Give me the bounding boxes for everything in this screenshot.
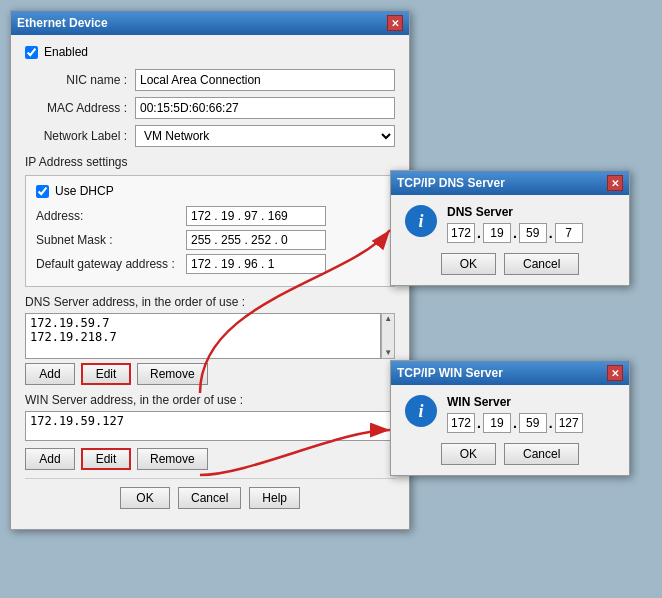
mac-row: MAC Address : — [25, 97, 395, 119]
win-remove-button[interactable]: Remove — [137, 448, 208, 470]
main-footer: OK Cancel Help — [25, 478, 395, 519]
enabled-checkbox[interactable] — [25, 46, 38, 59]
win-add-button[interactable]: Add — [25, 448, 75, 470]
tcp-win-server-label: WIN Server — [447, 395, 583, 409]
dns-textarea[interactable]: 172.19.59.7 172.19.218.7 — [25, 313, 381, 359]
tcp-dns-cancel-button[interactable]: Cancel — [504, 253, 579, 275]
network-label-label: Network Label : — [25, 129, 135, 143]
mac-label: MAC Address : — [25, 101, 135, 115]
tcp-dns-body: i DNS Server . . . OK Cancel — [391, 195, 629, 285]
tcp-dns-info-row: i DNS Server . . . — [405, 205, 615, 243]
use-dhcp-checkbox[interactable] — [36, 185, 49, 198]
dns-ip-octet-1[interactable] — [447, 223, 475, 243]
tcp-dns-close-button[interactable]: ✕ — [607, 175, 623, 191]
nic-input[interactable] — [135, 69, 395, 91]
subnet-row: Subnet Mask : — [36, 230, 384, 250]
dns-btn-row: Add Edit Remove — [25, 363, 395, 385]
dns-dot-2: . — [513, 225, 517, 241]
scroll-down-arrow: ▼ — [384, 349, 392, 357]
dns-scrollbar[interactable]: ▲ ▼ — [381, 313, 395, 359]
win-ip-octet-2[interactable] — [483, 413, 511, 433]
tcp-win-info-row: i WIN Server . . . — [405, 395, 615, 433]
dns-edit-button[interactable]: Edit — [81, 363, 131, 385]
tcp-win-body: i WIN Server . . . OK Cancel — [391, 385, 629, 475]
win-dot-2: . — [513, 415, 517, 431]
main-dialog-close-button[interactable]: ✕ — [387, 15, 403, 31]
dns-add-button[interactable]: Add — [25, 363, 75, 385]
gateway-row: Default gateway address : — [36, 254, 384, 274]
dns-remove-button[interactable]: Remove — [137, 363, 208, 385]
address-input[interactable] — [186, 206, 326, 226]
nic-row: NIC name : — [25, 69, 395, 91]
tcp-win-titlebar: TCP/IP WIN Server ✕ — [391, 361, 629, 385]
enabled-row: Enabled — [25, 45, 395, 59]
tcp-dns-ok-button[interactable]: OK — [441, 253, 496, 275]
main-help-button[interactable]: Help — [249, 487, 300, 509]
win-btn-row: Add Edit Remove — [25, 448, 395, 470]
tcp-win-close-button[interactable]: ✕ — [607, 365, 623, 381]
tcp-dns-info-icon: i — [405, 205, 437, 237]
win-dot-1: . — [477, 415, 481, 431]
main-dialog-titlebar: Ethernet Device ✕ — [11, 11, 409, 35]
ethernet-device-dialog: Ethernet Device ✕ Enabled NIC name : MAC… — [10, 10, 410, 530]
address-row: Address: — [36, 206, 384, 226]
ip-section-label: IP Address settings — [25, 155, 395, 169]
dns-dot-1: . — [477, 225, 481, 241]
dns-textarea-wrapper: 172.19.59.7 172.19.218.7 ▲ ▼ — [25, 313, 395, 359]
win-section: WIN Server address, in the order of use … — [25, 393, 395, 470]
win-order-label: WIN Server address, in the order of use … — [25, 393, 395, 407]
tcp-dns-content: DNS Server . . . — [447, 205, 583, 243]
dns-order-label: DNS Server address, in the order of use … — [25, 295, 395, 309]
dns-ip-octet-2[interactable] — [483, 223, 511, 243]
tcp-dns-titlebar: TCP/IP DNS Server ✕ — [391, 171, 629, 195]
dns-ip-octet-3[interactable] — [519, 223, 547, 243]
main-cancel-button[interactable]: Cancel — [178, 487, 241, 509]
main-dialog-title: Ethernet Device — [17, 16, 108, 30]
subnet-input[interactable] — [186, 230, 326, 250]
tcp-win-dialog: TCP/IP WIN Server ✕ i WIN Server . . . O… — [390, 360, 630, 476]
mac-input[interactable] — [135, 97, 395, 119]
use-dhcp-label: Use DHCP — [55, 184, 114, 198]
tcp-win-ip-octets: . . . — [447, 413, 583, 433]
enabled-label: Enabled — [44, 45, 88, 59]
tcp-dns-server-label: DNS Server — [447, 205, 583, 219]
tcp-dns-title: TCP/IP DNS Server — [397, 176, 505, 190]
gateway-label: Default gateway address : — [36, 257, 186, 271]
main-ok-button[interactable]: OK — [120, 487, 170, 509]
dns-ip-octet-4[interactable] — [555, 223, 583, 243]
tcp-win-btn-row: OK Cancel — [405, 443, 615, 465]
win-ip-octet-4[interactable] — [555, 413, 583, 433]
tcp-win-title: TCP/IP WIN Server — [397, 366, 503, 380]
win-ip-octet-3[interactable] — [519, 413, 547, 433]
win-edit-button[interactable]: Edit — [81, 448, 131, 470]
scroll-up-arrow: ▲ — [384, 315, 392, 323]
address-label: Address: — [36, 209, 186, 223]
tcp-win-info-icon: i — [405, 395, 437, 427]
tcp-win-content: WIN Server . . . — [447, 395, 583, 433]
gateway-input[interactable] — [186, 254, 326, 274]
win-dot-3: . — [549, 415, 553, 431]
tcp-dns-btn-row: OK Cancel — [405, 253, 615, 275]
use-dhcp-row: Use DHCP — [36, 184, 384, 198]
ip-section: Use DHCP Address: Subnet Mask : Default … — [25, 175, 395, 287]
tcp-dns-dialog: TCP/IP DNS Server ✕ i DNS Server . . . O… — [390, 170, 630, 286]
main-dialog-body: Enabled NIC name : MAC Address : Network… — [11, 35, 409, 529]
win-textarea[interactable]: 172.19.59.127 — [25, 411, 395, 441]
win-ip-octet-1[interactable] — [447, 413, 475, 433]
network-label-row: Network Label : VM Network — [25, 125, 395, 147]
tcp-dns-ip-octets: . . . — [447, 223, 583, 243]
nic-label: NIC name : — [25, 73, 135, 87]
dns-dot-3: . — [549, 225, 553, 241]
tcp-win-cancel-button[interactable]: Cancel — [504, 443, 579, 465]
tcp-win-ok-button[interactable]: OK — [441, 443, 496, 465]
network-label-select[interactable]: VM Network — [135, 125, 395, 147]
dns-section: DNS Server address, in the order of use … — [25, 295, 395, 385]
subnet-label: Subnet Mask : — [36, 233, 186, 247]
